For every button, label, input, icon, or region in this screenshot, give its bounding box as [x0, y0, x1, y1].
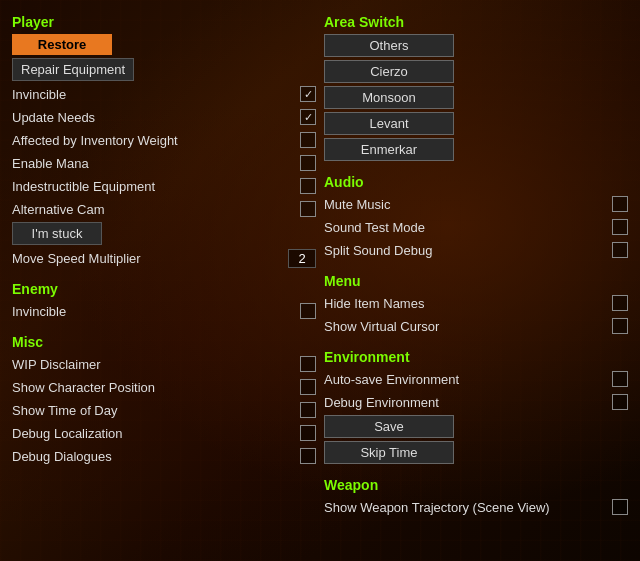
mute-music-checkbox[interactable]: [612, 196, 628, 212]
others-button[interactable]: Others: [324, 34, 454, 57]
wip-label: WIP Disclaimer: [12, 357, 300, 372]
indestructible-checkbox[interactable]: [300, 178, 316, 194]
debug-local-label: Debug Localization: [12, 426, 300, 441]
debug-local-checkbox[interactable]: [300, 425, 316, 441]
skip-time-button[interactable]: Skip Time: [324, 441, 454, 464]
affected-checkbox[interactable]: [300, 132, 316, 148]
autosave-checkbox[interactable]: [612, 371, 628, 387]
repair-button[interactable]: Repair Equipment: [12, 58, 134, 81]
move-speed-input[interactable]: [288, 249, 316, 268]
stuck-button[interactable]: I'm stuck: [12, 222, 102, 245]
split-sound-label: Split Sound Debug: [324, 243, 612, 258]
save-button[interactable]: Save: [324, 415, 454, 438]
debug-env-label: Debug Environment: [324, 395, 612, 410]
alt-cam-checkbox[interactable]: [300, 201, 316, 217]
show-time-label: Show Time of Day: [12, 403, 300, 418]
enemy-invincible-checkbox[interactable]: [300, 303, 316, 319]
show-char-pos-label: Show Character Position: [12, 380, 300, 395]
show-weapon-checkbox[interactable]: [612, 499, 628, 515]
hide-item-checkbox[interactable]: [612, 295, 628, 311]
indestructible-label: Indestructible Equipment: [12, 179, 300, 194]
levant-button[interactable]: Levant: [324, 112, 454, 135]
hide-item-label: Hide Item Names: [324, 296, 612, 311]
player-header: Player: [12, 14, 316, 30]
invincible-checkbox[interactable]: [300, 86, 316, 102]
audio-header: Audio: [324, 174, 628, 190]
enemy-header: Enemy: [12, 281, 316, 297]
restore-button[interactable]: Restore: [12, 34, 112, 55]
env-header: Environment: [324, 349, 628, 365]
enmerkar-button[interactable]: Enmerkar: [324, 138, 454, 161]
autosave-label: Auto-save Environment: [324, 372, 612, 387]
sound-test-label: Sound Test Mode: [324, 220, 612, 235]
show-time-checkbox[interactable]: [300, 402, 316, 418]
split-sound-checkbox[interactable]: [612, 242, 628, 258]
debug-dial-checkbox[interactable]: [300, 448, 316, 464]
update-needs-label: Update Needs: [12, 110, 300, 125]
invincible-label: Invincible: [12, 87, 300, 102]
enemy-invincible-label: Invincible: [12, 304, 300, 319]
update-needs-checkbox[interactable]: [300, 109, 316, 125]
area-switch-header: Area Switch: [324, 14, 628, 30]
show-virtual-label: Show Virtual Cursor: [324, 319, 612, 334]
wip-checkbox[interactable]: [300, 356, 316, 372]
affected-label: Affected by Inventory Weight: [12, 133, 300, 148]
menu-header: Menu: [324, 273, 628, 289]
debug-dial-label: Debug Dialogues: [12, 449, 300, 464]
weapon-header: Weapon: [324, 477, 628, 493]
show-weapon-label: Show Weapon Trajectory (Scene View): [324, 500, 612, 515]
debug-env-checkbox[interactable]: [612, 394, 628, 410]
enable-mana-checkbox[interactable]: [300, 155, 316, 171]
misc-header: Misc: [12, 334, 316, 350]
monsoon-button[interactable]: Monsoon: [324, 86, 454, 109]
show-virtual-checkbox[interactable]: [612, 318, 628, 334]
move-speed-label: Move Speed Multiplier: [12, 251, 288, 266]
mute-music-label: Mute Music: [324, 197, 612, 212]
alt-cam-label: Alternative Cam: [12, 202, 300, 217]
sound-test-checkbox[interactable]: [612, 219, 628, 235]
enable-mana-label: Enable Mana: [12, 156, 300, 171]
show-char-pos-checkbox[interactable]: [300, 379, 316, 395]
cierzo-button[interactable]: Cierzo: [324, 60, 454, 83]
